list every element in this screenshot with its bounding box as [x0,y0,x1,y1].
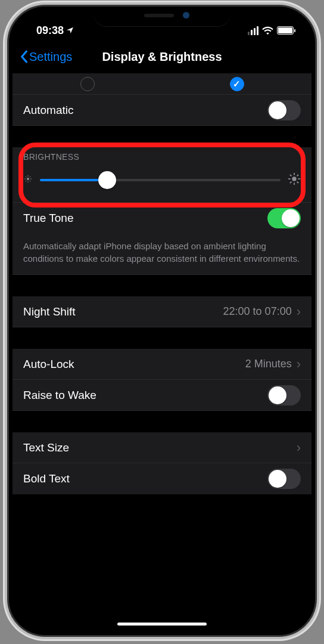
brightness-section-label: BRIGHTNESS [13,147,311,166]
svg-line-15 [297,182,299,184]
brightness-section: BRIGHTNESS [13,147,311,203]
screen: 09:38 Settings Display & Brightness [13,10,311,631]
true-tone-row[interactable]: True Tone [13,203,311,234]
svg-line-7 [26,181,26,181]
appearance-light-radio[interactable] [80,77,95,91]
home-indicator[interactable] [117,623,207,626]
true-tone-footer: Automatically adapt iPhone display based… [13,234,311,275]
chevron-right-icon: › [297,441,301,454]
nav-header: Settings Display & Brightness [13,40,311,73]
automatic-row[interactable]: Automatic [13,95,311,126]
chevron-left-icon [20,50,28,63]
svg-line-17 [297,175,299,177]
chevron-right-icon: › [297,305,301,318]
svg-line-16 [290,182,292,184]
auto-lock-row[interactable]: Auto-Lock 2 Minutes › [13,349,311,380]
back-button[interactable]: Settings [20,50,72,64]
wifi-icon [262,26,273,35]
svg-line-8 [30,177,30,177]
chevron-right-icon: › [297,358,301,371]
night-shift-value: 22:00 to 07:00 [223,305,292,318]
raise-to-wake-label: Raise to Wake [23,389,96,402]
automatic-label: Automatic [23,104,73,117]
appearance-radio-row [13,73,311,95]
brightness-slider[interactable] [40,171,281,189]
brightness-low-icon [23,174,33,186]
svg-line-14 [290,175,292,177]
true-tone-label: True Tone [23,212,74,225]
automatic-toggle[interactable] [267,100,301,120]
text-size-row[interactable]: Text Size › [13,432,311,463]
true-tone-toggle[interactable] [267,208,301,228]
night-shift-row[interactable]: Night Shift 22:00 to 07:00 › [13,296,311,327]
raise-to-wake-row[interactable]: Raise to Wake [13,380,311,411]
auto-lock-value: 2 Minutes [245,358,292,370]
svg-line-6 [30,181,30,181]
bold-text-row[interactable]: Bold Text [13,463,311,494]
text-size-label: Text Size [23,441,69,454]
svg-line-5 [26,177,26,177]
raise-to-wake-toggle[interactable] [267,385,301,405]
svg-point-9 [292,177,296,181]
brightness-high-icon [288,172,301,188]
content: Automatic BRIGHTNESS [13,73,311,494]
cellular-icon [248,26,258,35]
svg-point-0 [27,178,29,180]
notch [94,7,230,27]
status-time: 09:38 [36,24,64,37]
bold-text-label: Bold Text [23,472,70,485]
location-icon [66,26,74,36]
night-shift-label: Night Shift [23,305,76,318]
auto-lock-label: Auto-Lock [23,358,74,371]
brightness-slider-row [13,166,311,203]
back-label: Settings [29,50,72,64]
battery-icon [277,26,294,35]
appearance-dark-radio[interactable] [230,77,244,91]
bold-text-toggle[interactable] [267,469,301,489]
phone-frame: 09:38 Settings Display & Brightness [7,5,317,637]
